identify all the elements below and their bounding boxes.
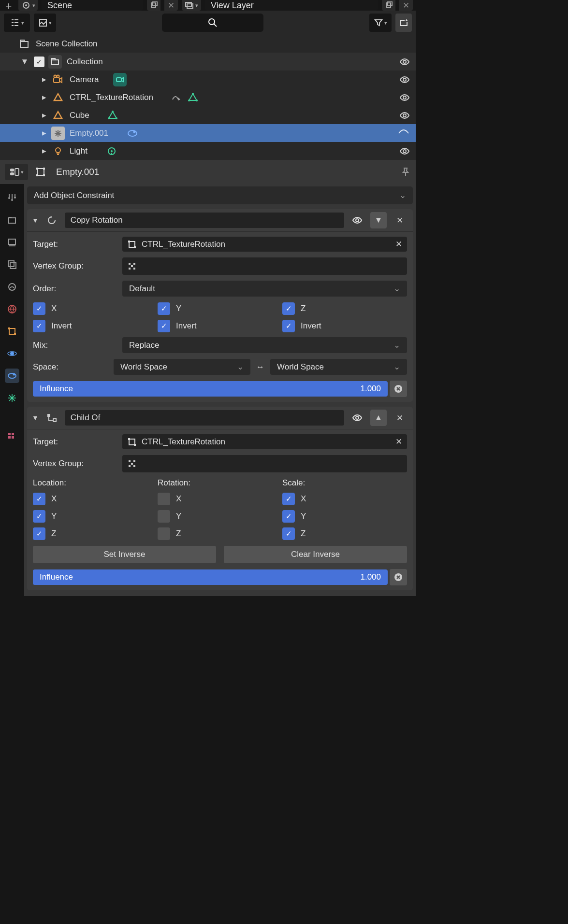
svg-rect-75 [47, 414, 50, 417]
outliner-row-camera[interactable]: ▸ Camera [0, 71, 416, 88]
disclosure-arrow[interactable]: ▸ [40, 92, 48, 102]
vertexgroup-field[interactable] [122, 257, 407, 275]
delete-constraint-button[interactable]: ✕ [392, 212, 408, 228]
mute-toggle[interactable] [349, 212, 365, 228]
collection-enable-checkbox[interactable]: ✓ [34, 57, 44, 67]
invert-y-checkbox[interactable]: ✓ [158, 320, 170, 332]
invert-x-checkbox[interactable]: ✓ [33, 320, 45, 332]
visibility-toggle[interactable] [399, 92, 410, 103]
loc-z-checkbox[interactable]: ✓ [33, 527, 45, 540]
properties-editor-type[interactable]: ▾ [5, 164, 28, 180]
influence-reset-button[interactable] [390, 381, 407, 397]
loc-x-checkbox[interactable]: ✓ [33, 493, 45, 505]
target-field[interactable]: CTRL_TextureRotation ✕ [122, 434, 407, 449]
constraint-name-input[interactable]: Child Of [65, 410, 344, 426]
layer-copy-button[interactable] [382, 0, 395, 11]
pin-button[interactable] [400, 167, 411, 177]
panel-disclosure[interactable]: ▼ [32, 414, 39, 422]
add-constraint-dropdown[interactable]: Add Object Constraint ⌄ [27, 186, 413, 204]
viewlayer-name-field[interactable]: View Layer [205, 0, 378, 11]
rot-y-checkbox[interactable] [158, 510, 170, 523]
visibility-toggle[interactable] [397, 128, 410, 139]
tab-output[interactable] [5, 235, 19, 250]
disclosure-arrow[interactable]: ▸ [40, 110, 48, 120]
vertexgroup-field[interactable] [122, 455, 407, 472]
breadcrumb-object: Empty.001 [56, 167, 99, 177]
space-to-select[interactable]: World Space⌄ [270, 359, 407, 375]
panel-disclosure[interactable]: ▼ [32, 216, 39, 224]
axis-y-checkbox[interactable]: ✓ [158, 302, 170, 315]
outliner-row-ctrl[interactable]: ▸ CTRL_TextureRotation [0, 88, 416, 106]
scale-x-checkbox[interactable]: ✓ [282, 493, 295, 505]
delete-constraint-button[interactable]: ✕ [392, 410, 408, 426]
extras-menu[interactable]: ▼ [370, 212, 387, 228]
tab-data[interactable] [5, 391, 19, 405]
target-field[interactable]: CTRL_TextureRotation ✕ [122, 237, 407, 252]
tab-physics[interactable] [5, 346, 19, 361]
order-select[interactable]: Default⌄ [122, 281, 407, 297]
visibility-toggle[interactable] [399, 146, 410, 156]
svg-point-32 [56, 148, 60, 153]
visibility-toggle[interactable] [399, 110, 410, 121]
axis-label: Y [301, 512, 306, 521]
chevron-down-icon: ⌄ [399, 190, 406, 200]
order-label: Order: [33, 284, 122, 294]
outliner-row-light[interactable]: ▸ Light [0, 142, 416, 160]
axis-x-checkbox[interactable]: ✓ [33, 302, 45, 315]
outliner-row-scene-collection[interactable]: Scene Collection [0, 35, 416, 53]
tab-constraints[interactable] [5, 369, 19, 383]
display-mode-button[interactable]: ▾ [34, 14, 56, 32]
new-collection-button[interactable] [395, 14, 412, 32]
disclosure-arrow[interactable]: ▸ [40, 128, 48, 138]
influence-slider[interactable]: Influence 1.000 [33, 569, 388, 585]
disclosure-arrow[interactable]: ▸ [40, 146, 48, 156]
tab-scene[interactable] [5, 280, 19, 294]
editor-type-button[interactable]: ▾ [4, 14, 30, 32]
svg-rect-63 [8, 436, 11, 439]
tab-world[interactable] [5, 302, 19, 316]
invert-z-checkbox[interactable]: ✓ [282, 320, 295, 332]
outliner-row-collection[interactable]: ▼ ✓ Collection [0, 53, 416, 71]
outliner-search-input[interactable] [162, 14, 263, 32]
tab-render[interactable] [5, 213, 19, 227]
clear-target-button[interactable]: ✕ [395, 437, 402, 447]
scene-name-field[interactable]: Scene [42, 0, 143, 11]
label: Add Object Constraint [34, 191, 114, 200]
clear-target-button[interactable]: ✕ [395, 239, 402, 249]
tab-viewlayer[interactable] [5, 257, 19, 272]
influence-slider[interactable]: Influence 1.000 [33, 381, 388, 397]
scene-browse-button[interactable]: ▾ [18, 0, 38, 11]
visibility-toggle[interactable] [399, 74, 410, 85]
visibility-toggle[interactable] [399, 57, 410, 67]
scene-copy-button[interactable] [147, 0, 160, 11]
tab-tool[interactable] [5, 191, 19, 205]
scale-z-checkbox[interactable]: ✓ [282, 527, 295, 540]
loc-y-checkbox[interactable]: ✓ [33, 510, 45, 523]
rot-x-checkbox[interactable] [158, 493, 170, 505]
axis-z-checkbox[interactable]: ✓ [282, 302, 295, 315]
add-workspace-icon[interactable]: + [3, 0, 15, 11]
tab-object[interactable] [5, 324, 19, 339]
layers-icon [185, 1, 194, 9]
layer-browse-button[interactable]: ▾ [182, 0, 201, 11]
outliner-row-cube[interactable]: ▸ Cube [0, 106, 416, 124]
scene-delete-button[interactable]: ✕ [164, 0, 178, 11]
outliner-row-empty[interactable]: ▸ Empty.001 [0, 124, 416, 142]
rot-z-checkbox[interactable] [158, 527, 170, 540]
svg-rect-64 [12, 436, 14, 439]
filter-button[interactable]: ▾ [369, 14, 392, 32]
constraint-name-input[interactable]: Copy Rotation [65, 213, 344, 228]
disclosure-arrow[interactable]: ▸ [40, 74, 48, 85]
disclosure-arrow[interactable]: ▼ [20, 57, 29, 67]
space-from-select[interactable]: World Space⌄ [114, 359, 250, 375]
extras-menu[interactable]: ▲ [370, 410, 387, 426]
item-label: Scene Collection [36, 39, 98, 49]
tab-texture[interactable] [5, 429, 19, 444]
layer-delete-button[interactable]: ✕ [399, 0, 413, 11]
scale-y-checkbox[interactable]: ✓ [282, 510, 295, 523]
mix-select[interactable]: Replace⌄ [122, 337, 407, 353]
mute-toggle[interactable] [349, 410, 365, 426]
set-inverse-button[interactable]: Set Inverse [33, 546, 216, 563]
influence-reset-button[interactable] [390, 569, 407, 585]
clear-inverse-button[interactable]: Clear Inverse [224, 546, 407, 563]
